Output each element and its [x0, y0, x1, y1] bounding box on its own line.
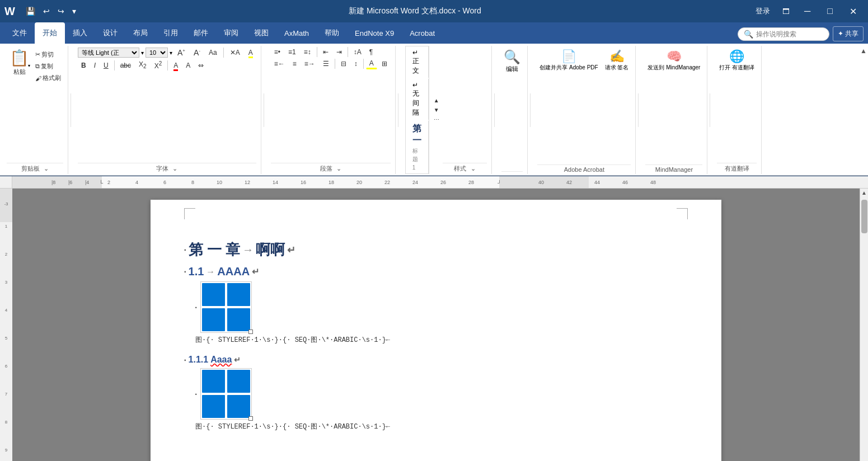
share-button[interactable]: ✦ 共享: [833, 26, 864, 41]
shading-para-button[interactable]: A: [366, 58, 377, 69]
search-input[interactable]: [756, 30, 823, 38]
save-button[interactable]: 💾: [23, 6, 38, 17]
qat-dropdown-button[interactable]: ▾: [69, 6, 79, 17]
styles-list: ↵ 正文 ↵ 无间隔 第 一 标题 1: [405, 46, 429, 174]
font-expand-icon[interactable]: ⌄: [172, 165, 177, 172]
tab-review[interactable]: 审阅: [216, 22, 246, 44]
tab-layout[interactable]: 布局: [125, 22, 156, 44]
resize-handle-2[interactable]: [248, 416, 253, 421]
close-button[interactable]: ✕: [843, 0, 864, 22]
cut-button[interactable]: ✂ 剪切: [33, 49, 63, 60]
style-wujiange[interactable]: ↵ 无间隔: [406, 79, 429, 120]
styles-scroll-down[interactable]: ▼: [430, 106, 443, 114]
clear-format-button[interactable]: ✕A: [227, 48, 243, 58]
numbering-button[interactable]: ≡1: [285, 47, 299, 57]
svg-text:|4: |4: [85, 180, 89, 185]
search-area[interactable]: 🔍: [738, 27, 829, 41]
ribbon-collapse[interactable]: ▲: [859, 46, 868, 174]
tab-axmath[interactable]: AxMath: [276, 22, 317, 44]
heading1-content[interactable]: 啊啊: [256, 240, 285, 260]
undo-button[interactable]: ↩: [40, 6, 53, 17]
tab-design[interactable]: 设计: [95, 22, 125, 44]
tab-acrobat[interactable]: Acrobat: [402, 22, 443, 44]
borders-button[interactable]: ⊞: [378, 59, 391, 69]
editing-button[interactable]: 🔍 编辑: [501, 47, 523, 76]
paste-dropdown-icon[interactable]: ▾: [28, 63, 30, 68]
shading-button[interactable]: A: [182, 60, 194, 70]
multilevel-button[interactable]: ≡↕: [301, 47, 315, 57]
tab-references[interactable]: 引用: [156, 22, 186, 44]
copy-button[interactable]: ⧉ 复制: [33, 61, 63, 72]
heading3-prefix[interactable]: 1.1.1: [189, 355, 209, 365]
superscript-button[interactable]: X2: [151, 59, 166, 71]
change-case-button[interactable]: Aa: [205, 48, 220, 58]
svg-text:46: 46: [622, 180, 628, 185]
bullets-button[interactable]: ≡•: [271, 47, 284, 57]
resize-handle-1[interactable]: [248, 330, 253, 334]
sort-button[interactable]: ↕A: [350, 47, 365, 57]
italic-button[interactable]: I: [91, 60, 99, 70]
send-mindmanager-button[interactable]: 🧠 发送到 MindManager: [645, 47, 702, 73]
tab-view[interactable]: 视图: [246, 22, 276, 44]
decrease-indent-button[interactable]: ⇤: [320, 47, 332, 57]
char-spacing-button[interactable]: ⇔: [195, 60, 207, 70]
heading2-prefix[interactable]: 1.1: [189, 265, 204, 278]
tab-endnote[interactable]: EndNote X9: [347, 22, 402, 44]
scroll-up-button[interactable]: ▲: [860, 189, 868, 197]
font-color-button[interactable]: A: [170, 60, 181, 70]
minimize-button[interactable]: ─: [797, 0, 817, 22]
bold-button[interactable]: B: [78, 60, 90, 70]
svg-text:8: 8: [191, 180, 194, 185]
svg-text:2: 2: [107, 180, 110, 185]
tab-file[interactable]: 文件: [4, 22, 35, 44]
paragraph-expand-icon[interactable]: ⌄: [336, 165, 341, 172]
tab-home[interactable]: 开始: [35, 22, 65, 44]
styles-scroll-up[interactable]: ▲: [430, 96, 443, 105]
style-zhengwen[interactable]: ↵ 正文: [406, 46, 429, 78]
show-marks-button[interactable]: ¶: [366, 47, 376, 57]
clipboard-expand-icon[interactable]: ⌄: [44, 165, 49, 172]
font-size-dropdown-icon[interactable]: ▾: [170, 50, 172, 56]
justify-button[interactable]: ☰: [320, 59, 332, 69]
line-spacing-button[interactable]: ↕: [351, 59, 361, 69]
paste-button[interactable]: 📋 粘贴 ▾: [7, 47, 32, 78]
open-youdao-button[interactable]: 🌐 打开 有道翻译: [717, 47, 757, 73]
style-biaoti[interactable]: 第 一 标题 1: [406, 121, 429, 173]
ribbon-display-button[interactable]: 🗖: [778, 5, 794, 18]
strikethrough-button[interactable]: abc: [117, 60, 134, 70]
styles-expand[interactable]: ⋯: [430, 115, 443, 124]
heading2: ▪ 1.1 → AAAA ↵: [184, 265, 677, 278]
request-signature-button[interactable]: ✍ 请求 签名: [603, 47, 631, 73]
tab-insert[interactable]: 插入: [65, 22, 95, 44]
align-right-button[interactable]: ≡→: [301, 59, 318, 69]
tab-mailings[interactable]: 邮件: [186, 22, 216, 44]
font-size-select[interactable]: 10: [146, 48, 168, 58]
document-area[interactable]: ▪ 第 一 章 → 啊啊 ↵ ▪ 1.1 → AAAA ↵ ▪: [12, 189, 860, 461]
login-button[interactable]: 登录: [751, 4, 775, 18]
vertical-scrollbar[interactable]: ▲ ▼: [860, 189, 868, 461]
title-bar-right: 登录 🗖 ─ □ ✕: [751, 0, 864, 22]
heading1-text[interactable]: 第 一 章: [189, 240, 240, 260]
underline-button[interactable]: U: [100, 60, 112, 70]
shrink-font-button[interactable]: A-: [190, 47, 204, 58]
align-center-button[interactable]: ≡: [289, 59, 300, 69]
cut-label: 剪切: [41, 50, 54, 59]
styles-expand-icon[interactable]: ⌄: [471, 165, 476, 172]
format-painter-button[interactable]: 🖌 格式刷: [33, 73, 63, 83]
text-highlight-button[interactable]: A: [245, 48, 256, 58]
align-left-button[interactable]: ≡←: [271, 59, 288, 69]
heading3-content[interactable]: Aaaa: [210, 355, 232, 365]
tab-help[interactable]: 帮助: [317, 22, 347, 44]
maximize-button[interactable]: □: [820, 0, 839, 22]
para-sep2: [348, 47, 348, 57]
font-dropdown-icon[interactable]: ▾: [141, 50, 144, 56]
increase-indent-button[interactable]: ⇥: [333, 47, 345, 57]
scroll-thumb[interactable]: [861, 200, 867, 233]
heading2-content[interactable]: AAAA: [217, 265, 250, 278]
grow-font-button[interactable]: A+: [174, 47, 189, 58]
redo-button[interactable]: ↪: [55, 6, 67, 17]
create-pdf-button[interactable]: 📄 创建并共享 Adobe PDF: [537, 47, 600, 73]
font-name-select[interactable]: 等线 Light (正: [78, 48, 139, 58]
columns-button[interactable]: ⊟: [337, 59, 350, 69]
subscript-button[interactable]: X2: [135, 59, 150, 70]
